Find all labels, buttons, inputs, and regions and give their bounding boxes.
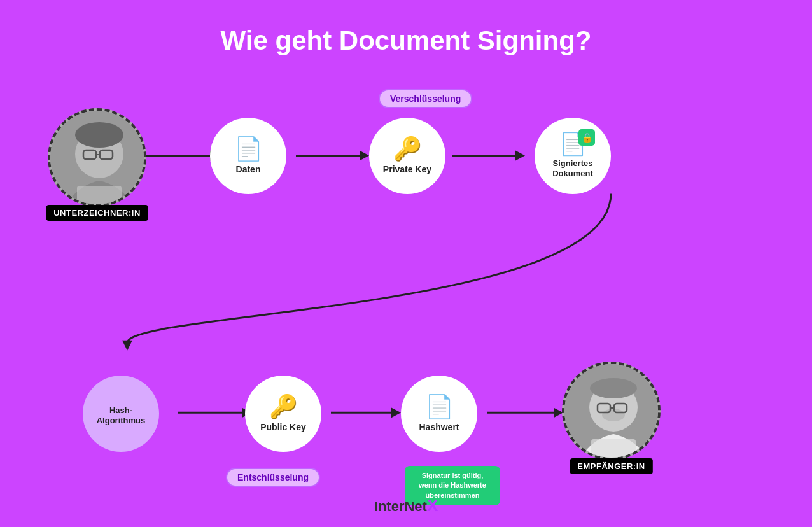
entschluesselung-badge: Entschlüsselung bbox=[226, 468, 320, 487]
document-icon: 📄 bbox=[234, 137, 263, 160]
hash-algo-circle: Hash-Algorithmus bbox=[83, 376, 159, 452]
receiver-label: EMPFÄNGER:IN bbox=[570, 458, 652, 474]
key-icon-public: 🔑 bbox=[269, 395, 298, 418]
private-key-label: Private Key bbox=[383, 164, 431, 175]
diagram-container: UNTERZEICHNER:IN 📄 Daten Verschlüsselung… bbox=[0, 70, 812, 489]
hashwert-icon: 📄 bbox=[425, 395, 454, 418]
daten-circle: 📄 Daten bbox=[210, 118, 286, 194]
logo: InterNetX bbox=[374, 496, 438, 516]
hashwert-circle: 📄 Hashwert bbox=[401, 376, 477, 452]
verschluesselung-badge: Verschlüsselung bbox=[379, 89, 472, 108]
public-key-label: Public Key bbox=[260, 422, 306, 433]
hash-algo-label: Hash-Algorithmus bbox=[92, 405, 151, 425]
page-title: Wie geht Document Signing? bbox=[0, 0, 812, 56]
svg-marker-10 bbox=[391, 407, 401, 418]
signiertes-dokument-label: Signiertes Dokument bbox=[552, 158, 593, 178]
daten-label: Daten bbox=[236, 164, 261, 175]
public-key-circle: 🔑 Public Key bbox=[245, 376, 321, 452]
svg-point-19 bbox=[75, 122, 123, 148]
svg-point-28 bbox=[590, 378, 637, 398]
logo-text: InterNetX bbox=[374, 500, 438, 514]
key-icon-private: 🔑 bbox=[393, 137, 422, 160]
svg-marker-6 bbox=[122, 341, 132, 351]
receiver-person: EMPFÄNGER:IN bbox=[562, 362, 661, 460]
svg-rect-20 bbox=[77, 186, 122, 207]
logo-x: X bbox=[427, 496, 438, 515]
svg-marker-5 bbox=[515, 151, 525, 161]
svg-rect-29 bbox=[591, 439, 636, 460]
logo-internet: InterNet bbox=[374, 498, 427, 514]
signer-person: UNTERZEICHNER:IN bbox=[48, 108, 146, 207]
svg-marker-3 bbox=[360, 151, 369, 161]
signer-label: UNTERZEICHNER:IN bbox=[46, 205, 148, 221]
signer-avatar bbox=[50, 111, 146, 207]
receiver-avatar bbox=[564, 364, 661, 460]
signiertes-dokument-circle: 📄 🔒 Signiertes Dokument bbox=[535, 118, 611, 194]
private-key-circle: 🔑 Private Key bbox=[369, 118, 445, 194]
hashwert-label: Hashwert bbox=[419, 422, 459, 433]
lock-badge: 🔒 bbox=[578, 129, 595, 146]
